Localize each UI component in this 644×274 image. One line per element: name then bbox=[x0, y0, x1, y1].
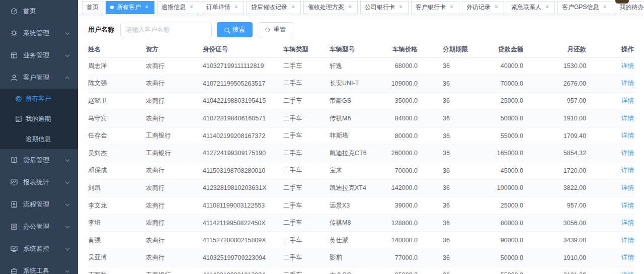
cell-7: 80000.0 bbox=[493, 214, 523, 232]
close-icon[interactable]: × bbox=[448, 4, 455, 11]
cell-7: 25000.0 bbox=[493, 92, 523, 110]
customer-name-input[interactable] bbox=[120, 23, 212, 37]
tab-label: 催收处理方案 bbox=[308, 3, 344, 12]
close-icon[interactable]: × bbox=[290, 4, 296, 11]
chevron-down-icon bbox=[65, 30, 69, 34]
tab-label: 公司银行卡 bbox=[365, 3, 395, 12]
tab-2[interactable]: 逾期信息× bbox=[157, 1, 199, 14]
detail-link[interactable]: 详情 bbox=[621, 254, 634, 261]
sidebar-item-5[interactable]: 报表统计 bbox=[0, 171, 78, 193]
cell-5: 109000.0 bbox=[387, 75, 418, 93]
close-icon[interactable]: × bbox=[493, 4, 500, 11]
sidebar-item-2[interactable]: 业务管理 bbox=[0, 44, 78, 66]
detail-link[interactable]: 详情 bbox=[621, 271, 634, 274]
cell-8: 1530.00 bbox=[523, 57, 586, 75]
detail-link[interactable]: 详情 bbox=[621, 132, 634, 139]
sidebar-item-8[interactable]: 系统监控 bbox=[0, 238, 78, 260]
sidebar-subitem-2[interactable]: 逾期信息 bbox=[0, 129, 78, 149]
cell-2: 41142119950822450X bbox=[203, 214, 283, 232]
cell-8: 3056.00 bbox=[523, 214, 586, 232]
sidebar-submenu: 所有客户我的逾期逾期信息 bbox=[0, 89, 78, 149]
column-header-6: 分期期限 bbox=[418, 42, 493, 57]
cell-2: 410721199505263517 bbox=[203, 75, 283, 93]
cell-2: 411402199001013094 bbox=[203, 266, 283, 274]
detail-link[interactable]: 详情 bbox=[621, 167, 634, 174]
cell-7: 90000.0 bbox=[493, 232, 523, 249]
tab-7[interactable]: 客户银行卡× bbox=[411, 1, 459, 14]
tab-4[interactable]: 贷后催收记录× bbox=[247, 1, 301, 14]
tab-3[interactable]: 订单详情× bbox=[202, 1, 244, 14]
cell-1: 农商行 bbox=[146, 214, 203, 232]
cell-0: 李培 bbox=[88, 214, 146, 232]
cell-actions: 详情 bbox=[586, 249, 634, 267]
cell-6: 36 bbox=[418, 92, 493, 110]
cell-6: 36 bbox=[418, 249, 493, 267]
close-icon[interactable]: × bbox=[544, 4, 550, 11]
cell-3: 二手车 bbox=[283, 127, 330, 145]
chevron-down-icon bbox=[65, 268, 69, 272]
sidebar-item-7[interactable]: 办公管理 bbox=[0, 216, 78, 238]
cell-4: 传祺M6 bbox=[330, 110, 387, 127]
close-icon[interactable]: × bbox=[347, 4, 353, 11]
sidebar-item-6[interactable]: 流程管理 bbox=[0, 193, 78, 216]
sidebar-subitem-label: 我的逾期 bbox=[26, 115, 51, 123]
close-icon[interactable]: × bbox=[188, 4, 195, 11]
cell-5: 80000.0 bbox=[387, 127, 418, 145]
reset-button[interactable]: 重置 bbox=[258, 22, 293, 37]
cell-5: 142000.0 bbox=[387, 179, 418, 197]
sidebar-subitem-label: 逾期信息 bbox=[26, 135, 51, 144]
detail-link[interactable]: 详情 bbox=[621, 115, 634, 122]
sidebar-subitem-1[interactable]: 我的逾期 bbox=[0, 109, 78, 129]
sidebar-item-1[interactable]: 系统管理 bbox=[0, 22, 78, 44]
ring-icon bbox=[15, 95, 23, 103]
search-form: 用户名称 搜索 重置 bbox=[78, 15, 644, 42]
sidebar-item-9[interactable]: 系统工具 bbox=[0, 260, 78, 274]
tab-8[interactable]: 外访记录× bbox=[462, 1, 504, 14]
table-row: 黄强农商行41152720000215809X二手车英仕派140000.0369… bbox=[88, 232, 634, 249]
detail-link[interactable]: 详情 bbox=[621, 219, 634, 226]
cell-7: 25000.0 bbox=[493, 197, 523, 215]
close-icon[interactable]: × bbox=[397, 4, 404, 11]
table-body: 周志洋农商行410327199111112819二手车轩逸68000.03640… bbox=[88, 57, 634, 274]
chevron-down-icon bbox=[65, 179, 69, 183]
close-icon[interactable]: × bbox=[601, 4, 608, 11]
detail-link[interactable]: 详情 bbox=[621, 97, 634, 104]
cell-6: 36 bbox=[418, 127, 493, 145]
search-button[interactable]: 搜索 bbox=[217, 22, 253, 37]
cell-6: 36 bbox=[418, 232, 493, 249]
sidebar-item-3[interactable]: 客户管理 bbox=[0, 66, 78, 89]
main-area: 首页所有客户×逾期信息×订单详情×贷后催收记录×催收处理方案×公司银行卡×客户银… bbox=[78, 0, 644, 274]
detail-link[interactable]: 详情 bbox=[621, 80, 634, 87]
cell-1: 工商银行 bbox=[146, 266, 203, 274]
dashboard-icon bbox=[10, 7, 18, 15]
tab-0[interactable]: 首页 bbox=[82, 1, 103, 14]
search-icon bbox=[224, 28, 229, 32]
sidebar-subitem-0[interactable]: 所有客户 bbox=[0, 89, 78, 109]
detail-link[interactable]: 详情 bbox=[621, 202, 634, 209]
close-icon[interactable]: × bbox=[143, 4, 150, 11]
close-icon[interactable]: × bbox=[233, 4, 239, 11]
cell-7: 100000.0 bbox=[493, 179, 523, 197]
tab-label: 首页 bbox=[87, 3, 99, 12]
cell-0: 王军帅 bbox=[88, 266, 146, 274]
cell-0: 任存金 bbox=[88, 127, 146, 145]
tab-10[interactable]: 客户GPS信息× bbox=[557, 1, 612, 14]
cell-6: 36 bbox=[418, 75, 493, 93]
detail-link[interactable]: 详情 bbox=[621, 62, 634, 70]
avatar[interactable] bbox=[615, 0, 629, 4]
tab-5[interactable]: 催收处理方案× bbox=[303, 1, 358, 14]
cell-5: 35000.0 bbox=[387, 92, 418, 110]
tab-9[interactable]: 紧急联系人× bbox=[507, 1, 555, 14]
detail-link[interactable]: 详情 bbox=[621, 184, 634, 191]
tab-6[interactable]: 公司银行卡× bbox=[360, 1, 409, 14]
column-header-0: 姓名 bbox=[88, 42, 146, 57]
sidebar-item-0[interactable]: 首页 bbox=[0, 0, 78, 22]
detail-link[interactable]: 详情 bbox=[621, 237, 634, 244]
detail-link[interactable]: 详情 bbox=[621, 150, 634, 157]
cell-5: 68000.0 bbox=[387, 57, 418, 75]
cell-3: 二手车 bbox=[283, 110, 330, 127]
cell-actions: 详情 bbox=[586, 179, 634, 197]
sidebar-item-4[interactable]: 贷后管理 bbox=[0, 149, 78, 171]
cell-8: 2101.00 bbox=[523, 266, 586, 274]
tab-1[interactable]: 所有客户× bbox=[106, 1, 154, 14]
